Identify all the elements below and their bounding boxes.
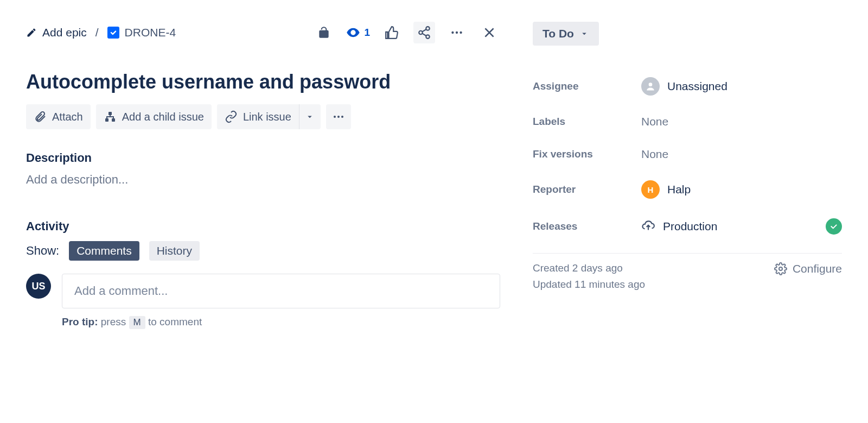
tab-history[interactable]: History [149, 241, 200, 261]
svg-point-4 [451, 31, 454, 34]
labels-value: None [641, 115, 842, 128]
more-icon [332, 110, 345, 123]
svg-point-3 [426, 35, 430, 39]
more-icon [450, 26, 464, 40]
chevron-down-icon [579, 29, 589, 39]
reporter-avatar: H [641, 180, 660, 199]
status-button[interactable]: To Do [533, 22, 599, 46]
pro-tip-key: M [129, 316, 145, 329]
close-button[interactable] [478, 22, 500, 43]
child-issue-icon [104, 110, 117, 123]
more-actions-button[interactable] [326, 104, 351, 129]
pro-tip-before: press [98, 316, 129, 327]
breadcrumb: Add epic / DRONE-4 [26, 26, 176, 39]
watch-button[interactable]: 1 [346, 25, 370, 40]
tab-comments[interactable]: Comments [69, 241, 139, 261]
link-issue-button[interactable]: Link issue [217, 104, 299, 129]
add-child-label: Add a child issue [122, 111, 204, 123]
description-heading: Description [26, 151, 500, 165]
add-epic-button[interactable]: Add epic [26, 26, 87, 39]
show-label: Show: [26, 244, 59, 258]
svg-point-11 [337, 116, 340, 118]
unlock-icon [317, 26, 331, 40]
release-status-badge [826, 218, 842, 235]
breadcrumb-separator: / [95, 26, 99, 39]
vote-button[interactable] [381, 22, 403, 43]
fix-versions-label: Fix versions [533, 148, 641, 160]
releases-label: Releases [533, 220, 641, 232]
link-icon [225, 110, 238, 123]
svg-point-5 [456, 31, 458, 34]
svg-point-14 [779, 267, 782, 270]
svg-point-6 [459, 31, 462, 34]
user-avatar: US [26, 274, 51, 299]
close-icon [482, 26, 496, 40]
add-child-button[interactable]: Add a child issue [96, 104, 212, 129]
attach-button[interactable]: Attach [26, 104, 91, 129]
chevron-down-icon [305, 112, 315, 122]
watch-count: 1 [364, 27, 370, 39]
svg-point-13 [649, 83, 653, 86]
issue-type-icon [107, 27, 119, 39]
configure-button[interactable]: Configure [774, 262, 842, 275]
attach-label: Attach [52, 111, 83, 123]
check-icon [829, 222, 838, 231]
unassigned-avatar [641, 77, 660, 96]
divider [533, 253, 842, 254]
reporter-value: Halp [667, 183, 691, 196]
updated-text: Updated 11 minutes ago [533, 279, 645, 291]
thumbs-up-icon [385, 26, 399, 40]
svg-point-10 [334, 116, 336, 118]
link-issue-label: Link issue [243, 111, 291, 123]
more-button[interactable] [446, 22, 468, 43]
pencil-icon [26, 27, 37, 38]
issue-key-link[interactable]: DRONE-4 [107, 26, 176, 39]
svg-rect-8 [105, 118, 108, 122]
issue-key-text: DRONE-4 [125, 26, 176, 39]
pro-tip-after: to comment [145, 316, 202, 327]
attach-icon [34, 110, 47, 123]
comment-input[interactable]: Add a comment... [62, 274, 500, 308]
share-icon [417, 26, 431, 40]
gear-icon [774, 262, 787, 275]
add-epic-label: Add epic [42, 26, 87, 39]
field-releases[interactable]: Releases Production [533, 209, 842, 244]
svg-point-2 [419, 31, 423, 35]
assignee-value: Unassigned [667, 80, 727, 93]
link-issue-dropdown[interactable] [299, 104, 321, 129]
lock-button[interactable] [313, 22, 335, 43]
configure-label: Configure [793, 262, 842, 275]
created-text: Created 2 days ago [533, 262, 645, 274]
pro-tip-label: Pro tip: [62, 316, 98, 327]
release-icon [641, 219, 655, 233]
svg-rect-7 [108, 112, 112, 115]
field-reporter[interactable]: Reporter H Halp [533, 171, 842, 209]
description-input[interactable]: Add a description... [26, 173, 500, 187]
status-label: To Do [542, 27, 574, 40]
field-labels[interactable]: Labels None [533, 105, 842, 138]
activity-heading: Activity [26, 219, 500, 233]
field-assignee[interactable]: Assignee Unassigned [533, 67, 842, 105]
labels-label: Labels [533, 116, 641, 128]
field-fix-versions[interactable]: Fix versions None [533, 138, 842, 171]
svg-point-0 [352, 31, 355, 34]
svg-point-1 [426, 27, 430, 30]
releases-value: Production [663, 220, 717, 233]
assignee-label: Assignee [533, 80, 641, 92]
fix-versions-value: None [641, 148, 842, 161]
svg-point-12 [341, 116, 343, 118]
svg-rect-9 [112, 118, 115, 122]
share-button[interactable] [413, 22, 435, 43]
person-icon [645, 81, 656, 92]
pro-tip: Pro tip: press M to comment [62, 316, 500, 329]
issue-title[interactable]: Autocomplete username and password [26, 71, 500, 93]
reporter-label: Reporter [533, 184, 641, 195]
eye-icon [346, 25, 361, 40]
